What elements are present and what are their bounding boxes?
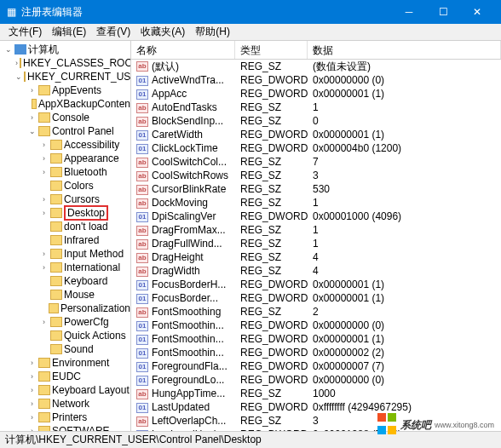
tree-node[interactable]: don't load [0,220,130,233]
list-row[interactable]: abFontSmoothingREG_SZ2 [131,305,501,319]
cell-type: REG_SZ [235,169,308,181]
list-row[interactable]: 01FontSmoothin...REG_DWORD0x00000000 (0) [131,319,501,332]
cell-type: REG_DWORD [235,210,308,222]
dword-value-icon: 01 [136,144,148,154]
list-row[interactable]: 01FontSmoothin...REG_DWORD0x00000002 (2) [131,346,501,359]
expand-icon[interactable]: › [27,86,37,95]
expand-icon[interactable]: › [39,141,49,150]
list-row[interactable]: abHungAppTime...REG_SZ1000 [131,387,501,400]
list-row[interactable]: abBlockSendInp...REG_SZ0 [131,114,501,128]
tree-node[interactable]: ›Bluetooth [0,165,130,179]
tree-node[interactable]: ⌄计算机 [0,43,130,56]
tree-node[interactable]: ›AppEvents [0,83,130,97]
expand-icon[interactable]: › [39,168,49,177]
cell-type: REG_DWORD [235,292,308,304]
tree-node[interactable]: ⌄HKEY_CURRENT_USER [0,70,130,83]
list-row[interactable]: 01CaretWidthREG_DWORD0x00000001 (1) [131,128,501,141]
expand-icon[interactable]: › [39,318,49,327]
tree-node[interactable]: ›Accessibility [0,138,130,152]
list-row[interactable]: abCoolSwitchCol...REG_SZ7 [131,155,501,169]
list-row[interactable]: abCoolSwitchRowsREG_SZ3 [131,169,501,182]
expand-icon[interactable]: › [27,372,37,382]
list-row[interactable]: abAutoEndTasksREG_SZ1 [131,101,501,114]
menu-item[interactable]: 收藏夹(A) [135,23,190,41]
list-row[interactable]: abDragFromMax...REG_SZ1 [131,223,501,237]
tree-node[interactable]: Mouse [0,288,130,302]
tree-node[interactable]: Sound [0,342,130,356]
string-value-icon: ab [136,103,148,113]
list-row[interactable]: ab(默认)REG_SZ(数值未设置) [131,60,501,73]
list-row[interactable]: 01ForegroundFla...REG_DWORD0x00000007 (7… [131,359,501,373]
tree-node[interactable]: ›EUDC [0,370,130,383]
tree-node[interactable]: ›SOFTWARE [0,424,130,431]
tree-node[interactable]: ›Environment [0,356,130,370]
tree-node[interactable]: ›Console [0,111,130,124]
menu-item[interactable]: 查看(V) [91,23,135,41]
menu-item[interactable]: 文件(F) [3,23,47,41]
list-row[interactable]: 01ForegroundLo...REG_DWORD0x00000000 (0) [131,373,501,387]
collapse-icon[interactable]: ⌄ [15,72,22,82]
tree-node[interactable]: ›Desktop [0,206,130,220]
expand-icon[interactable]: › [39,263,49,273]
cell-type: REG_DWORD [235,374,308,386]
expand-icon[interactable]: › [39,195,49,204]
list-row[interactable]: 01ActiveWndTra...REG_DWORD0x00000000 (0) [131,73,501,87]
tree-node[interactable]: Personalization [0,302,130,315]
list-row[interactable]: 01DpiScalingVerREG_DWORD0x00001000 (4096… [131,210,501,223]
tree-node[interactable]: ›Input Method [0,247,130,261]
tree-node[interactable]: ›PowerCfg [0,315,130,329]
col-data[interactable]: 数据 [308,41,501,59]
list-header[interactable]: 名称 类型 数据 [131,41,501,60]
expand-icon[interactable]: › [39,209,49,218]
tree-pane[interactable]: ⌄计算机›HKEY_CLASSES_ROOT⌄HKEY_CURRENT_USER… [0,41,131,431]
tree-node[interactable]: ›Printers [0,411,130,424]
tree-node[interactable]: Quick Actions [0,329,130,342]
tree-node[interactable]: ›Appearance [0,152,130,165]
list-row[interactable]: 01FocusBorderH...REG_DWORD0x00000001 (1) [131,278,501,291]
list-row[interactable]: abDockMovingREG_SZ1 [131,196,501,210]
tree-node[interactable]: Keyboard [0,274,130,288]
tree-node[interactable]: Infrared [0,233,130,247]
list-row[interactable]: abDragFullWind...REG_SZ1 [131,237,501,250]
dword-value-icon: 01 [136,430,148,431]
menu-item[interactable]: 编辑(E) [47,23,91,41]
col-name[interactable]: 名称 [131,41,235,59]
tree-node[interactable]: ›HKEY_CLASSES_ROOT [0,56,130,70]
tree-node[interactable]: ⌄Control Panel [0,124,130,138]
tree-node[interactable]: AppXBackupConten [0,97,130,111]
expand-icon[interactable]: › [27,413,37,422]
tree-label: Bluetooth [64,166,107,178]
expand-icon[interactable]: › [27,427,37,432]
menu-item[interactable]: 帮助(H) [190,23,235,41]
expand-icon[interactable]: › [15,59,18,68]
expand-icon[interactable]: › [27,386,37,395]
close-button[interactable]: ✕ [460,0,494,24]
cell-name: abDragFromMax... [131,224,235,236]
list-row[interactable]: 01FontSmoothin...REG_DWORD0x00000001 (1) [131,332,501,346]
minimize-button[interactable]: ─ [392,0,426,24]
col-type[interactable]: 类型 [235,41,308,59]
maximize-button[interactable]: ☐ [426,0,460,24]
list-row[interactable]: abDragWidthREG_SZ4 [131,264,501,278]
tree-node[interactable]: ›International [0,261,130,274]
tree-node[interactable]: ›Keyboard Layout [0,383,130,397]
tree-node[interactable]: ›Network [0,397,130,411]
collapse-icon[interactable]: ⌄ [3,45,13,55]
tree-node[interactable]: ›Cursors [0,192,130,206]
folder-icon [50,235,62,245]
expand-icon[interactable]: › [27,113,37,123]
list-row[interactable]: 01FocusBorder...REG_DWORD0x00000001 (1) [131,291,501,305]
list-row[interactable]: 01ClickLockTimeREG_DWORD0x000004b0 (1200… [131,141,501,155]
collapse-icon[interactable]: ⌄ [27,127,37,136]
list-row[interactable]: abDragHeightREG_SZ4 [131,250,501,264]
string-value-icon: ab [136,226,148,236]
expand-icon[interactable]: › [39,250,49,259]
expand-icon[interactable]: › [27,359,37,368]
list-row[interactable]: 01AppAccREG_DWORD0x00000001 (1) [131,87,501,101]
dword-value-icon: 01 [136,321,148,331]
cell-type: REG_SZ [235,60,308,72]
expand-icon[interactable]: › [39,154,49,164]
tree-node[interactable]: Colors [0,179,130,192]
list-row[interactable]: abCursorBlinkRateREG_SZ530 [131,182,501,196]
expand-icon[interactable]: › [27,399,37,409]
